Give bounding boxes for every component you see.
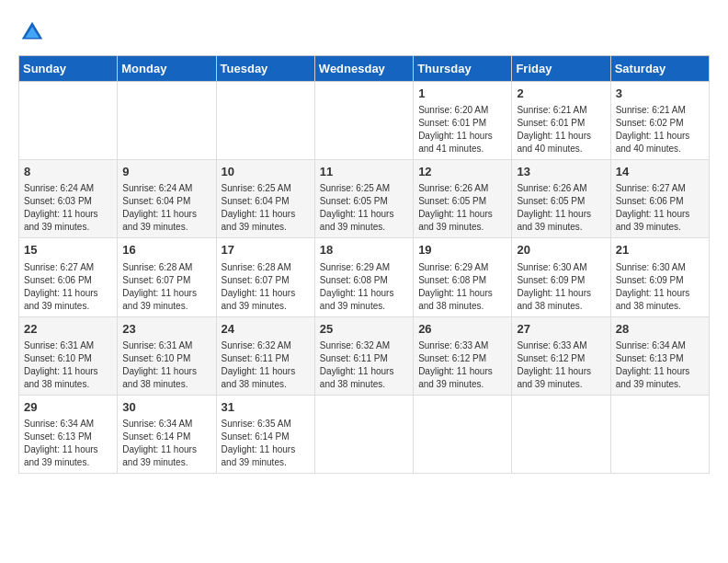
calendar-day-cell: 23 Sunrise: 6:31 AM Sunset: 6:10 PM Dayl…	[118, 316, 216, 395]
day-number: 30	[122, 399, 210, 416]
day-number: 29	[24, 399, 112, 416]
calendar-day-cell: 1 Sunrise: 6:20 AM Sunset: 6:01 PM Dayli…	[414, 82, 512, 160]
day-info: Sunrise: 6:32 AM Sunset: 6:11 PM Dayligh…	[320, 339, 408, 391]
calendar-day-cell	[19, 82, 118, 160]
day-of-week-header: Monday	[118, 56, 216, 82]
day-number: 11	[320, 164, 408, 180]
day-of-week-header: Friday	[512, 56, 610, 82]
day-info: Sunrise: 6:30 AM Sunset: 6:09 PM Dayligh…	[616, 261, 704, 313]
day-number: 19	[418, 242, 506, 259]
day-number: 3	[616, 86, 704, 102]
day-info: Sunrise: 6:33 AM Sunset: 6:12 PM Dayligh…	[418, 339, 506, 391]
calendar-week-row: 1 Sunrise: 6:20 AM Sunset: 6:01 PM Dayli…	[19, 82, 710, 160]
day-number: 27	[517, 321, 605, 338]
calendar-week-row: 22 Sunrise: 6:31 AM Sunset: 6:10 PM Dayl…	[19, 316, 710, 395]
calendar-day-cell: 12 Sunrise: 6:26 AM Sunset: 6:05 PM Dayl…	[414, 160, 512, 238]
day-number: 14	[616, 164, 704, 180]
day-info: Sunrise: 6:26 AM Sunset: 6:05 PM Dayligh…	[418, 182, 506, 234]
day-info: Sunrise: 6:30 AM Sunset: 6:09 PM Dayligh…	[517, 261, 605, 313]
day-info: Sunrise: 6:24 AM Sunset: 6:03 PM Dayligh…	[24, 182, 112, 234]
day-number: 31	[222, 399, 310, 416]
day-info: Sunrise: 6:28 AM Sunset: 6:07 PM Dayligh…	[122, 261, 210, 313]
day-of-week-header: Tuesday	[216, 56, 314, 82]
day-info: Sunrise: 6:20 AM Sunset: 6:01 PM Dayligh…	[418, 104, 506, 155]
day-of-week-header: Thursday	[414, 56, 512, 82]
calendar-day-cell: 19 Sunrise: 6:29 AM Sunset: 6:08 PM Dayl…	[414, 238, 512, 316]
day-number: 21	[616, 242, 704, 259]
day-number: 20	[517, 242, 605, 259]
calendar-day-cell: 2 Sunrise: 6:21 AM Sunset: 6:01 PM Dayli…	[512, 82, 610, 160]
day-of-week-header: Saturday	[610, 56, 709, 82]
day-info: Sunrise: 6:33 AM Sunset: 6:12 PM Dayligh…	[517, 339, 605, 391]
day-info: Sunrise: 6:34 AM Sunset: 6:13 PM Dayligh…	[616, 339, 704, 391]
day-number: 26	[418, 321, 506, 338]
calendar-day-cell: 26 Sunrise: 6:33 AM Sunset: 6:12 PM Dayl…	[414, 316, 512, 395]
calendar-day-cell: 14 Sunrise: 6:27 AM Sunset: 6:06 PM Dayl…	[610, 160, 709, 238]
day-info: Sunrise: 6:29 AM Sunset: 6:08 PM Dayligh…	[320, 261, 408, 313]
calendar-day-cell: 10 Sunrise: 6:25 AM Sunset: 6:04 PM Dayl…	[216, 160, 314, 238]
day-info: Sunrise: 6:34 AM Sunset: 6:13 PM Dayligh…	[24, 418, 112, 469]
day-info: Sunrise: 6:25 AM Sunset: 6:04 PM Dayligh…	[222, 182, 310, 234]
day-info: Sunrise: 6:31 AM Sunset: 6:10 PM Dayligh…	[24, 339, 112, 391]
calendar-week-row: 29 Sunrise: 6:34 AM Sunset: 6:13 PM Dayl…	[19, 395, 710, 473]
day-number: 10	[222, 164, 310, 180]
calendar-day-cell	[314, 395, 413, 473]
calendar-day-cell: 13 Sunrise: 6:26 AM Sunset: 6:05 PM Dayl…	[512, 160, 610, 238]
calendar-day-cell: 30 Sunrise: 6:34 AM Sunset: 6:14 PM Dayl…	[118, 395, 216, 473]
day-number: 25	[320, 321, 408, 338]
calendar-day-cell	[414, 395, 512, 473]
calendar-week-row: 15 Sunrise: 6:27 AM Sunset: 6:06 PM Dayl…	[19, 238, 710, 316]
calendar-table: SundayMondayTuesdayWednesdayThursdayFrid…	[18, 55, 710, 474]
day-number: 2	[517, 86, 605, 102]
day-number: 15	[24, 242, 112, 259]
day-number: 28	[616, 321, 704, 338]
day-number: 22	[24, 321, 112, 338]
day-number: 1	[418, 86, 506, 102]
day-number: 23	[122, 321, 210, 338]
logo-icon	[18, 18, 46, 46]
calendar-day-cell	[610, 395, 709, 473]
calendar-day-cell: 8 Sunrise: 6:24 AM Sunset: 6:03 PM Dayli…	[19, 160, 118, 238]
calendar-day-cell: 22 Sunrise: 6:31 AM Sunset: 6:10 PM Dayl…	[19, 316, 118, 395]
day-number: 9	[122, 164, 210, 180]
day-info: Sunrise: 6:35 AM Sunset: 6:14 PM Dayligh…	[222, 418, 310, 469]
calendar-day-cell: 18 Sunrise: 6:29 AM Sunset: 6:08 PM Dayl…	[314, 238, 413, 316]
calendar-week-row: 8 Sunrise: 6:24 AM Sunset: 6:03 PM Dayli…	[19, 160, 710, 238]
day-info: Sunrise: 6:31 AM Sunset: 6:10 PM Dayligh…	[122, 339, 210, 391]
day-info: Sunrise: 6:24 AM Sunset: 6:04 PM Dayligh…	[122, 182, 210, 234]
calendar-day-cell: 31 Sunrise: 6:35 AM Sunset: 6:14 PM Dayl…	[216, 395, 314, 473]
calendar-day-cell: 16 Sunrise: 6:28 AM Sunset: 6:07 PM Dayl…	[118, 238, 216, 316]
calendar-day-cell: 27 Sunrise: 6:33 AM Sunset: 6:12 PM Dayl…	[512, 316, 610, 395]
day-info: Sunrise: 6:29 AM Sunset: 6:08 PM Dayligh…	[418, 261, 506, 313]
day-info: Sunrise: 6:32 AM Sunset: 6:11 PM Dayligh…	[222, 339, 310, 391]
calendar-day-cell	[216, 82, 314, 160]
day-info: Sunrise: 6:28 AM Sunset: 6:07 PM Dayligh…	[222, 261, 310, 313]
logo	[18, 18, 50, 46]
calendar-day-cell	[118, 82, 216, 160]
calendar-day-cell: 9 Sunrise: 6:24 AM Sunset: 6:04 PM Dayli…	[118, 160, 216, 238]
calendar-day-cell	[314, 82, 413, 160]
calendar-day-cell: 20 Sunrise: 6:30 AM Sunset: 6:09 PM Dayl…	[512, 238, 610, 316]
calendar-day-cell: 15 Sunrise: 6:27 AM Sunset: 6:06 PM Dayl…	[19, 238, 118, 316]
day-info: Sunrise: 6:21 AM Sunset: 6:01 PM Dayligh…	[517, 104, 605, 155]
calendar-day-cell: 17 Sunrise: 6:28 AM Sunset: 6:07 PM Dayl…	[216, 238, 314, 316]
day-number: 12	[418, 164, 506, 180]
calendar-day-cell: 25 Sunrise: 6:32 AM Sunset: 6:11 PM Dayl…	[314, 316, 413, 395]
day-info: Sunrise: 6:25 AM Sunset: 6:05 PM Dayligh…	[320, 182, 408, 234]
calendar-header-row: SundayMondayTuesdayWednesdayThursdayFrid…	[19, 56, 710, 82]
calendar-day-cell: 29 Sunrise: 6:34 AM Sunset: 6:13 PM Dayl…	[19, 395, 118, 473]
header	[18, 18, 710, 46]
day-number: 13	[517, 164, 605, 180]
day-number: 17	[222, 242, 310, 259]
calendar-day-cell: 3 Sunrise: 6:21 AM Sunset: 6:02 PM Dayli…	[610, 82, 709, 160]
day-number: 24	[222, 321, 310, 338]
day-info: Sunrise: 6:34 AM Sunset: 6:14 PM Dayligh…	[122, 418, 210, 469]
day-info: Sunrise: 6:27 AM Sunset: 6:06 PM Dayligh…	[24, 261, 112, 313]
day-info: Sunrise: 6:27 AM Sunset: 6:06 PM Dayligh…	[616, 182, 704, 234]
day-number: 8	[24, 164, 112, 180]
calendar-day-cell: 24 Sunrise: 6:32 AM Sunset: 6:11 PM Dayl…	[216, 316, 314, 395]
calendar-day-cell: 11 Sunrise: 6:25 AM Sunset: 6:05 PM Dayl…	[314, 160, 413, 238]
day-number: 16	[122, 242, 210, 259]
day-of-week-header: Sunday	[19, 56, 118, 82]
calendar-day-cell	[512, 395, 610, 473]
